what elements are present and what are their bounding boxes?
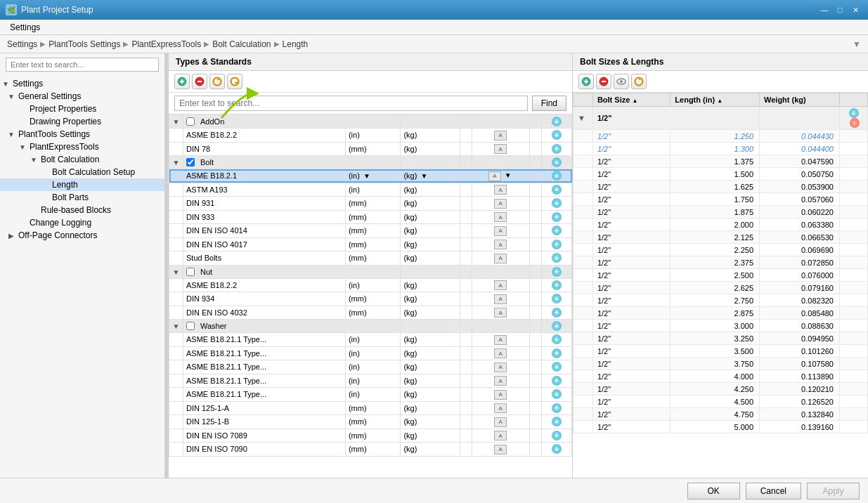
right-row-5[interactable]: 1/2" 1.750 0.057060: [574, 193, 868, 206]
data-row-washer-8[interactable]: DIN EN ISO 7090 (mm) (kg) A +: [169, 443, 572, 457]
row-add-btn-1-4[interactable]: +: [552, 226, 562, 235]
data-row-nut-1[interactable]: DIN 934 (mm) (kg) A +: [169, 292, 572, 306]
data-row-addon-1[interactable]: DIN 78 (mm) (kg) A +: [169, 142, 572, 156]
sidebar-search-input[interactable]: [6, 58, 159, 72]
sidebar-item-project-properties[interactable]: Project Properties: [0, 103, 164, 115]
right-row-6[interactable]: 1/2" 1.875 0.060220: [574, 206, 868, 218]
sidebar-item-rule-based-blocks[interactable]: Rule-based Blocks: [0, 204, 164, 216]
right-row-7[interactable]: 1/2" 2.000 0.063380: [574, 218, 868, 231]
maximize-button[interactable]: □: [833, 4, 847, 16]
row-add-btn-3-0[interactable]: +: [552, 334, 562, 344]
group-row-addon[interactable]: ▼ AddOn +: [169, 115, 572, 129]
bolt-size-col-header[interactable]: Bolt Size: [592, 93, 670, 107]
annotation-icon-3-1[interactable]: A: [494, 348, 507, 358]
right-row-16[interactable]: 1/2" 3.250 0.094950: [574, 332, 868, 345]
breadcrumb-bolt-calc[interactable]: Bolt Calculation: [212, 39, 271, 49]
center-delete-button[interactable]: [192, 74, 207, 89]
breadcrumb-plantexpress[interactable]: PlantExpressTools: [131, 39, 201, 49]
data-row-washer-2[interactable]: ASME B18.21.1 Type... (in) (kg) A +: [169, 360, 572, 374]
right-row-9[interactable]: 1/2" 2.250 0.069690: [574, 244, 868, 256]
right-row-22[interactable]: 1/2" 4.750 0.132840: [574, 408, 868, 421]
right-group-header[interactable]: ▼ 1/2" + ↑: [574, 107, 868, 130]
right-row-23[interactable]: 1/2" 5.000 0.139160: [574, 421, 868, 433]
tree-toggle-settings[interactable]: ▼: [0, 80, 11, 88]
data-row-bolt-5[interactable]: DIN EN ISO 4017 (mm) (kg) A +: [169, 237, 572, 252]
group-add-0[interactable]: +: [541, 115, 571, 129]
right-delete-button[interactable]: [596, 74, 611, 89]
data-row-nut-2[interactable]: DIN EN ISO 4032 (mm) (kg) A +: [169, 306, 572, 320]
row-add-btn-3-4[interactable]: +: [552, 389, 562, 399]
annotation-icon-0-1[interactable]: A: [494, 144, 507, 154]
sidebar-item-change-logging[interactable]: Change Logging: [0, 216, 164, 229]
right-row-8[interactable]: 1/2" 2.125 0.066530: [574, 231, 868, 244]
data-row-washer-1[interactable]: ASME B18.21.1 Type... (in) (kg) A +: [169, 346, 572, 360]
center-add-button[interactable]: [174, 74, 190, 89]
group-expand-3[interactable]: ▼: [169, 320, 183, 333]
annotation-icon-2-1[interactable]: A: [494, 294, 507, 304]
ann-dropdown-1-0[interactable]: ▼: [503, 171, 513, 179]
row-add-btn-3-1[interactable]: +: [552, 348, 562, 358]
right-add-button[interactable]: [578, 74, 594, 89]
sidebar-item-general-settings[interactable]: ▼General Settings: [0, 90, 164, 103]
right-refresh-button[interactable]: [631, 74, 647, 89]
right-row-19[interactable]: 1/2" 4.000 0.113890: [574, 370, 868, 383]
data-row-washer-3[interactable]: ASME B18.21.1 Type... (in) (kg) A +: [169, 374, 572, 388]
length-col-header[interactable]: Length (in): [671, 93, 760, 107]
sidebar-item-off-page-connectors[interactable]: ▶Off-Page Connectors: [0, 229, 164, 242]
row-add-btn-3-3[interactable]: +: [552, 376, 562, 386]
annotation-icon-1-4[interactable]: A: [494, 226, 507, 236]
menu-settings[interactable]: Settings: [4, 21, 46, 34]
sidebar-item-bolt-calc-setup[interactable]: Bolt Calculation Setup: [0, 166, 164, 178]
breadcrumb-length[interactable]: Length: [283, 39, 309, 49]
group-add-btn-3[interactable]: +: [552, 321, 562, 331]
group-add-1[interactable]: +: [541, 156, 571, 169]
row-add-btn-1-1[interactable]: +: [552, 185, 562, 195]
length-dropdown-1-0[interactable]: ▼: [362, 172, 372, 180]
right-row-20[interactable]: 1/2" 4.250 0.120210: [574, 383, 868, 396]
ok-button[interactable]: OK: [687, 483, 740, 499]
data-row-bolt-1[interactable]: ASTM A193 (in) (kg) A +: [169, 183, 572, 197]
tree-toggle-off-page-connectors[interactable]: ▶: [6, 232, 17, 240]
data-row-bolt-0[interactable]: ASME B18.2.1 (in) ▼ (kg) ▼ A ▼ +: [169, 169, 572, 183]
sidebar-item-bolt-parts[interactable]: Bolt Parts: [0, 191, 164, 204]
row-add-btn-1-2[interactable]: +: [552, 198, 562, 208]
sidebar-item-bolt-calculation[interactable]: ▼Bolt Calculation: [0, 153, 164, 166]
row-add-btn-1-5[interactable]: +: [552, 240, 562, 249]
group-row-bolt[interactable]: ▼ Bolt +: [169, 156, 572, 169]
right-group-add-btn[interactable]: +: [849, 108, 859, 118]
group-add-2[interactable]: +: [541, 265, 571, 278]
data-row-addon-0[interactable]: ASME B18.2.2 (in) (kg) A +: [169, 129, 572, 143]
data-row-bolt-3[interactable]: DIN 933 (mm) (kg) A +: [169, 210, 572, 224]
group-checkbox-2[interactable]: [186, 268, 195, 276]
row-add-btn-0-0[interactable]: +: [552, 130, 562, 140]
annotation-icon-1-1[interactable]: A: [494, 185, 507, 195]
row-add-btn-0-1[interactable]: +: [552, 144, 562, 154]
breadcrumb-settings[interactable]: Settings: [7, 39, 37, 49]
annotation-icon-3-5[interactable]: A: [494, 403, 507, 413]
right-row-13[interactable]: 1/2" 2.750 0.082320: [574, 294, 868, 307]
data-row-bolt-2[interactable]: DIN 931 (mm) (kg) A +: [169, 197, 572, 211]
annotation-icon-3-0[interactable]: A: [494, 335, 507, 345]
center-sync-button[interactable]: [227, 74, 242, 89]
annotation-icon-2-0[interactable]: A: [494, 280, 507, 290]
annotation-icon-1-6[interactable]: A: [494, 254, 507, 263]
right-row-17[interactable]: 1/2" 3.500 0.101260: [574, 345, 868, 358]
group-checkbox-3[interactable]: [186, 322, 195, 330]
annotation-icon-3-6[interactable]: A: [494, 417, 507, 427]
sidebar-item-length[interactable]: Length: [0, 178, 164, 191]
group-add-3[interactable]: +: [541, 320, 571, 333]
data-row-bolt-6[interactable]: Stud Bolts (mm) (kg) A +: [169, 252, 572, 266]
right-eye-button[interactable]: [614, 74, 629, 89]
annotation-icon-2-2[interactable]: A: [494, 308, 507, 318]
data-row-washer-6[interactable]: DIN 125-1-B (mm) (kg) A +: [169, 415, 572, 429]
data-row-washer-0[interactable]: ASME B18.21.1 Type... (in) (kg) A +: [169, 333, 572, 347]
sidebar-item-settings[interactable]: ▼Settings: [0, 77, 164, 90]
group-add-btn-0[interactable]: +: [552, 117, 562, 126]
row-add-btn-1-3[interactable]: +: [552, 212, 562, 222]
right-row-18[interactable]: 1/2" 3.750 0.107580: [574, 358, 868, 370]
right-row-21[interactable]: 1/2" 4.500 0.126520: [574, 396, 868, 408]
group-expand-0[interactable]: ▼: [169, 115, 183, 129]
row-add-btn-3-2[interactable]: +: [552, 362, 562, 372]
right-row-1[interactable]: 1/2" 1.300 0.044400: [574, 143, 868, 155]
annotation-icon-3-7[interactable]: A: [494, 431, 507, 440]
